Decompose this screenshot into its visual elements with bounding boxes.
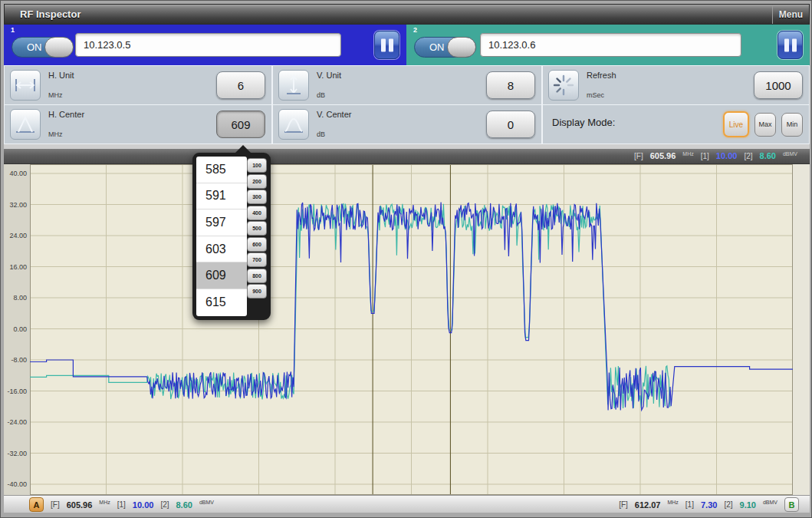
toggle-knob[interactable] [44, 37, 74, 58]
v-center-unit: dB [317, 130, 325, 138]
cursor-readout: [F] 605.96MHz [1] 10.00 [2] 8.60dBMV [634, 151, 797, 160]
dropdown-quick-button[interactable]: 300 [247, 190, 267, 204]
display-mode-buttons: LiveMaxMin [723, 105, 803, 144]
h-center-dropdown: 585591597603609615 100200300400500600700… [192, 153, 271, 320]
ch2-value: 8.60 [176, 500, 192, 510]
v-center-label: V. Center [317, 110, 351, 119]
device-2-pause-button[interactable] [777, 31, 803, 59]
y-axis-tick-label: 16.00 [4, 263, 27, 271]
ch1-label: [1] [701, 152, 709, 160]
spectrum-plot [30, 164, 793, 495]
y-axis-tick-label: -24.00 [4, 418, 27, 426]
dropdown-quick-button[interactable]: 200 [247, 174, 267, 189]
level-unit: dBMV [783, 151, 797, 157]
display-mode-live-button[interactable]: Live [723, 111, 749, 137]
dropdown-quick-button[interactable]: 700 [247, 252, 267, 267]
freq-label: [F] [619, 500, 628, 509]
display-mode-max-button[interactable]: Max [754, 113, 776, 137]
dropdown-quick-button[interactable]: 400 [247, 206, 267, 220]
device-1-pause-button[interactable] [374, 31, 399, 59]
pause-icon [381, 38, 393, 51]
y-axis-tick-label: 0.00 [4, 325, 27, 333]
device-1-index: 1 [11, 26, 15, 34]
h-center-cell: H. Center MHz 609 [5, 105, 271, 144]
device-1-address-input[interactable] [75, 33, 341, 57]
dropdown-quick-button[interactable]: 600 [247, 237, 267, 252]
y-axis-tick-label: -32.00 [4, 450, 27, 457]
app-title: RF Inspector [20, 8, 81, 20]
device-2-address-input[interactable] [480, 33, 741, 57]
v-unit-value-button[interactable]: 8 [486, 71, 535, 99]
freq-unit: MHz [99, 500, 110, 505]
freq-value: 605.96 [67, 500, 93, 510]
display-mode-cell: Display Mode: LiveMaxMin [543, 105, 809, 144]
toggle-knob[interactable] [447, 37, 476, 58]
dropdown-item[interactable]: 615 [196, 289, 247, 316]
dropdown-item[interactable]: 591 [196, 183, 247, 210]
dropdown-item[interactable]: 585 [196, 157, 247, 183]
chart-area: 40.0032.0024.0016.008.000.00-8.00-16.00-… [4, 164, 810, 495]
device-2-index: 2 [413, 26, 417, 34]
dropdown-item[interactable]: 597 [196, 210, 247, 236]
refresh-label: Refresh [587, 71, 616, 80]
ch1-value: 7.30 [701, 500, 717, 510]
refresh-unit: mSec [587, 91, 604, 99]
dropdown-quick-button[interactable]: 800 [247, 269, 267, 283]
v-center-value-button[interactable]: 0 [486, 111, 535, 138]
freq-unit: MHz [667, 500, 678, 505]
refresh-value-button[interactable]: 1000 [754, 71, 803, 99]
pause-icon [784, 38, 797, 51]
freq-value: 612.07 [635, 500, 661, 510]
marker-b-readout: [F] 612.07MHz [1] 7.30 [2] 9.10dBMV B [619, 497, 799, 512]
vertical-span-icon [278, 70, 309, 101]
h-center-value-button[interactable]: 609 [216, 111, 265, 138]
y-axis-tick-label: -40.00 [4, 480, 27, 488]
chart-header-bar: [F] 605.96MHz [1] 10.00 [2] 8.60dBMV [4, 149, 810, 164]
spinner-clock-icon [548, 70, 579, 101]
y-axis-tick-label: -16.00 [4, 388, 27, 395]
dropdown-quick-buttons: 100200300400500600700800900 [247, 158, 268, 299]
v-center-cell: V. Center dB 0 [273, 105, 541, 144]
y-axis-labels: 40.0032.0024.0016.008.000.00-8.00-16.00-… [4, 164, 30, 495]
ch2-value: 9.10 [740, 500, 756, 510]
ch1-value: 10.00 [133, 500, 154, 510]
y-axis-tick-label: 24.00 [4, 232, 27, 239]
freq-label: [F] [634, 152, 643, 160]
horizontal-span-icon [10, 70, 41, 101]
dropdown-arrow-up-icon [235, 145, 251, 153]
marker-status-bar: A [F] 605.96MHz [1] 10.00 [2] 8.60dBMV [… [4, 495, 810, 513]
v-unit-label: V. Unit [317, 71, 341, 80]
device-panel-2: 2 ON [406, 25, 810, 65]
peak-triangle-icon [10, 109, 41, 140]
toggle-on-label: ON [429, 41, 445, 53]
h-center-label: H. Center [48, 110, 84, 119]
device-panel-1: 1 ON [4, 25, 406, 65]
h-unit-label: H. Unit [48, 71, 74, 80]
ch1-label: [1] [117, 500, 126, 509]
level-unit: dBMV [199, 500, 214, 505]
toggle-on-label: ON [27, 41, 42, 53]
h-center-unit: MHz [48, 130, 63, 138]
h-unit-unit: MHz [48, 91, 63, 99]
ch1-label: [1] [685, 500, 694, 509]
y-axis-tick-label: 32.00 [4, 201, 27, 209]
controls-panel: H. Unit MHz 6 H. Center MHz 609 V. [4, 65, 810, 144]
ch2-label: [2] [724, 500, 732, 509]
freq-unit: MHz [682, 151, 693, 157]
dropdown-quick-button[interactable]: 500 [247, 221, 267, 236]
dropdown-quick-button[interactable]: 100 [247, 158, 267, 173]
device-1-on-toggle[interactable]: ON [12, 37, 74, 58]
ch1-value: 10.00 [716, 151, 738, 160]
h-unit-value-button[interactable]: 6 [216, 71, 265, 99]
freq-label: [F] [51, 500, 60, 509]
device-2-on-toggle[interactable]: ON [414, 37, 476, 58]
marker-b-button[interactable]: B [784, 497, 799, 512]
dropdown-quick-button[interactable]: 900 [247, 284, 267, 299]
peak-curve-icon [278, 109, 309, 140]
dropdown-item[interactable]: 609 [196, 262, 247, 289]
dropdown-item[interactable]: 603 [196, 236, 247, 263]
display-mode-min-button[interactable]: Min [781, 113, 803, 137]
marker-a-button[interactable]: A [29, 497, 44, 512]
menu-button[interactable]: Menu [772, 5, 809, 24]
v-unit-cell: V. Unit dB 8 [273, 66, 541, 104]
